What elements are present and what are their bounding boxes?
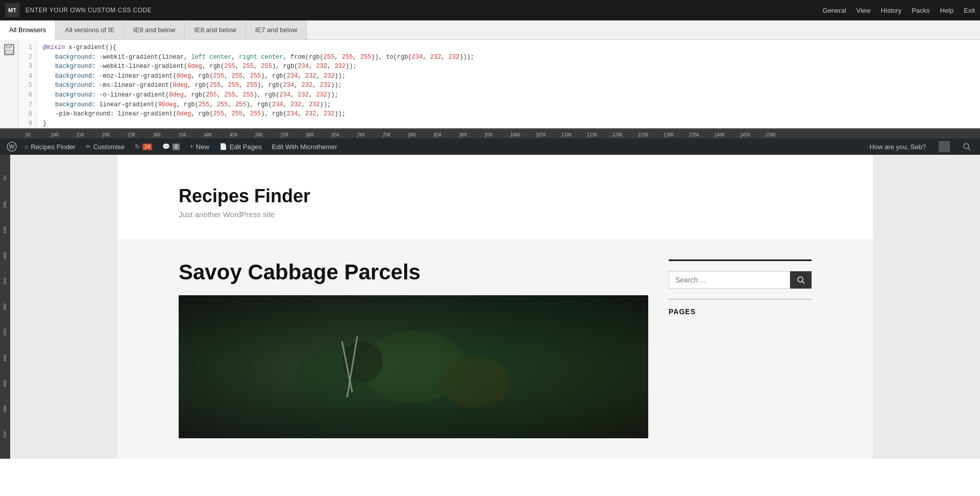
toolbar-nav: General View History Packs Help Exit bbox=[823, 7, 975, 14]
content-area: Savoy Cabbage Parcels bbox=[117, 239, 873, 459]
wp-logo[interactable]: W bbox=[4, 138, 19, 155]
wp-admin-bar: W ⌂ Recipes Finder ✏ Customise ↻ 24 💬 0 … bbox=[0, 138, 980, 155]
code-content[interactable]: @mixin x-gradient(){ background: -webkit… bbox=[37, 40, 980, 128]
svg-line-15 bbox=[802, 281, 804, 284]
tab-all-ie[interactable]: All versions of IE bbox=[56, 20, 124, 39]
main-content: Savoy Cabbage Parcels bbox=[179, 259, 648, 438]
nav-exit[interactable]: Exit bbox=[964, 7, 975, 14]
app-logo[interactable]: MT bbox=[5, 3, 19, 17]
post-image bbox=[179, 295, 648, 438]
left-ruler: 50100150200250300350400450500550 bbox=[0, 155, 10, 459]
wp-site-name[interactable]: ⌂ Recipes Finder bbox=[19, 138, 81, 155]
nav-general[interactable]: General bbox=[823, 7, 846, 14]
site-title: Recipes Finder bbox=[179, 185, 812, 207]
tab-ie8[interactable]: IE8 and below bbox=[185, 20, 246, 39]
horizontal-ruler: 5010015020025030035040045050055060065070… bbox=[0, 129, 980, 138]
svg-point-6 bbox=[964, 144, 969, 149]
preview-frame: Recipes Finder Just another WordPress si… bbox=[10, 155, 980, 459]
sidebar-top-divider bbox=[669, 259, 812, 261]
save-icon-col bbox=[0, 40, 18, 128]
svg-line-7 bbox=[968, 148, 970, 150]
wp-avatar[interactable] bbox=[934, 138, 955, 155]
wp-new[interactable]: + New bbox=[185, 138, 214, 155]
svg-point-11 bbox=[342, 341, 383, 382]
wp-search-icon[interactable] bbox=[958, 138, 976, 155]
wp-right-area: How are you, Seb? bbox=[864, 138, 976, 155]
sidebar: PAGES bbox=[669, 259, 812, 438]
svg-rect-1 bbox=[6, 44, 11, 48]
wp-user-greeting[interactable]: How are you, Seb? bbox=[864, 138, 931, 155]
search-input[interactable] bbox=[669, 271, 790, 289]
tab-ie9[interactable]: IE9 and below bbox=[124, 20, 185, 39]
sidebar-mid-divider bbox=[669, 299, 812, 300]
nav-view[interactable]: View bbox=[856, 7, 871, 14]
wp-edit-pages[interactable]: 📄 Edit Pages bbox=[214, 138, 267, 155]
sidebar-pages-heading: PAGES bbox=[669, 308, 812, 316]
code-editor: 1 2 3 4 5 6 7 8 9 10 @mixin x-gradient()… bbox=[0, 40, 980, 129]
top-toolbar: MT ENTER YOUR OWN CUSTOM CSS CODE Genera… bbox=[0, 0, 980, 20]
save-icon[interactable] bbox=[4, 44, 14, 55]
wp-updates[interactable]: ↻ 24 bbox=[130, 138, 157, 155]
line-numbers: 1 2 3 4 5 6 7 8 9 10 bbox=[18, 40, 37, 128]
site-header: Recipes Finder Just another WordPress si… bbox=[117, 155, 873, 239]
wp-customize[interactable]: ✏ Customise bbox=[81, 138, 130, 155]
wp-edit-microthemer[interactable]: Edit With Microthemer bbox=[267, 138, 342, 155]
post-title: Savoy Cabbage Parcels bbox=[179, 259, 648, 285]
nav-history[interactable]: History bbox=[881, 7, 901, 14]
toolbar-title: ENTER YOUR OWN CUSTOM CSS CODE bbox=[26, 7, 823, 14]
tab-all-browsers[interactable]: All Browsers bbox=[0, 20, 56, 40]
svg-point-14 bbox=[798, 277, 803, 282]
tab-ie7[interactable]: IE7 and below bbox=[246, 20, 307, 39]
svg-rect-2 bbox=[6, 50, 13, 54]
search-widget bbox=[669, 271, 812, 289]
svg-rect-3 bbox=[11, 45, 12, 47]
site-tagline: Just another WordPress site bbox=[179, 210, 812, 219]
svg-point-10 bbox=[439, 357, 510, 408]
svg-text:W: W bbox=[9, 144, 15, 150]
nav-help[interactable]: Help bbox=[940, 7, 954, 14]
search-button[interactable] bbox=[790, 271, 812, 289]
wp-comments[interactable]: 💬 0 bbox=[157, 138, 185, 155]
preview-container: 50100150200250300350400450500550 Recipes… bbox=[0, 155, 980, 459]
preview-page: Recipes Finder Just another WordPress si… bbox=[117, 155, 873, 459]
tabs-bar: All Browsers All versions of IE IE9 and … bbox=[0, 20, 980, 40]
nav-packs[interactable]: Packs bbox=[912, 7, 929, 14]
